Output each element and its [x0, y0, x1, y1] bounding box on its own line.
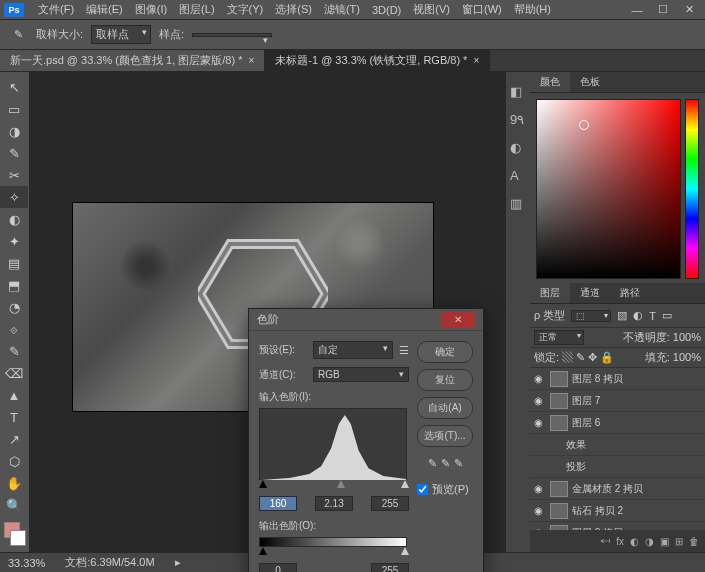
- hue-slider[interactable]: [685, 99, 699, 279]
- menu-window[interactable]: 窗口(W): [456, 0, 508, 19]
- move-tool[interactable]: ↖: [0, 76, 28, 98]
- history-brush-tool[interactable]: ⬒: [0, 274, 28, 296]
- window-minimize[interactable]: —: [625, 2, 649, 18]
- zoom-tool[interactable]: 🔍: [0, 494, 28, 516]
- highlight-slider[interactable]: [401, 480, 409, 488]
- visibility-toggle[interactable]: ◉: [534, 483, 546, 494]
- visibility-toggle[interactable]: ◉: [534, 505, 546, 516]
- tab-paths[interactable]: 路径: [610, 283, 650, 303]
- menu-view[interactable]: 视图(V): [407, 0, 456, 19]
- preset-dropdown[interactable]: 自定: [313, 341, 393, 359]
- output-black-slider[interactable]: [259, 547, 267, 555]
- layer-row[interactable]: ◉图层 8 拷贝: [530, 522, 705, 530]
- white-eyedropper-icon[interactable]: ✎: [454, 457, 463, 470]
- background-swatch[interactable]: [10, 530, 26, 546]
- layer-row[interactable]: ◉图层 8 拷贝: [530, 368, 705, 390]
- sample-size-dropdown[interactable]: 取样点: [91, 25, 151, 44]
- document-tab[interactable]: 未标题-1 @ 33.3% (铁锈文理, RGB/8) *×: [265, 50, 490, 71]
- history-icon[interactable]: ◧: [510, 84, 526, 100]
- menu-filter[interactable]: 滤镜(T): [318, 0, 366, 19]
- preview-checkbox[interactable]: 预览(P): [417, 482, 473, 497]
- tab-swatches[interactable]: 色板: [570, 72, 610, 92]
- midtone-slider[interactable]: [337, 480, 345, 488]
- group-icon[interactable]: ▣: [660, 536, 669, 547]
- menu-type[interactable]: 文字(Y): [221, 0, 270, 19]
- eraser-tool[interactable]: ◔: [0, 296, 28, 318]
- gray-eyedropper-icon[interactable]: ✎: [441, 457, 450, 470]
- layer-mask-icon[interactable]: ◐: [630, 536, 639, 547]
- filter-pixel-icon[interactable]: ▧: [617, 309, 627, 322]
- preset-menu-icon[interactable]: ☰: [399, 344, 409, 357]
- hand-tool[interactable]: ✋: [0, 472, 28, 494]
- output-black-field[interactable]: 0: [259, 563, 297, 572]
- ok-button[interactable]: 确定: [417, 341, 473, 363]
- type-tool[interactable]: T: [0, 406, 28, 428]
- brush-tool[interactable]: ✦: [0, 230, 28, 252]
- properties-icon[interactable]: 9٩: [510, 112, 526, 128]
- black-eyedropper-icon[interactable]: ✎: [428, 457, 437, 470]
- marquee-tool[interactable]: ▭: [0, 98, 28, 120]
- options-button[interactable]: 选项(T)...: [417, 425, 473, 447]
- tab-channels[interactable]: 通道: [570, 283, 610, 303]
- opacity-value[interactable]: 100%: [673, 331, 701, 343]
- tab-layers[interactable]: 图层: [530, 283, 570, 303]
- blur-tool[interactable]: ✎: [0, 340, 28, 362]
- input-gamma-field[interactable]: 2.13: [315, 496, 353, 511]
- current-tool-icon[interactable]: ✎: [8, 25, 28, 45]
- layer-thumbnail[interactable]: [550, 503, 568, 519]
- delete-layer-icon[interactable]: 🗑: [689, 536, 699, 547]
- crop-tool[interactable]: ✂: [0, 164, 28, 186]
- menu-select[interactable]: 选择(S): [269, 0, 318, 19]
- layer-thumbnail[interactable]: [550, 415, 568, 431]
- reset-button[interactable]: 复位: [417, 369, 473, 391]
- window-close[interactable]: ✕: [677, 2, 701, 18]
- input-white-field[interactable]: 255: [371, 496, 409, 511]
- shape-tool[interactable]: ⬡: [0, 450, 28, 472]
- layer-row[interactable]: ◉金属材质 2 拷贝: [530, 478, 705, 500]
- preview-check-input[interactable]: [417, 484, 428, 495]
- layer-thumbnail[interactable]: [550, 371, 568, 387]
- visibility-toggle[interactable]: ◉: [534, 417, 546, 428]
- layer-row[interactable]: 投影: [530, 456, 705, 478]
- dialog-close-button[interactable]: ✕: [441, 312, 475, 328]
- filter-adjust-icon[interactable]: ◐: [633, 309, 643, 322]
- tab-close[interactable]: ×: [248, 55, 254, 66]
- path-tool[interactable]: ↗: [0, 428, 28, 450]
- gradient-tool[interactable]: ⟐: [0, 318, 28, 340]
- filter-shape-icon[interactable]: ▭: [662, 309, 672, 322]
- shadow-slider[interactable]: [259, 480, 267, 488]
- document-tab[interactable]: 新一天.psd @ 33.3% (颜色查找 1, 图层蒙版/8) *×: [0, 50, 265, 71]
- kind-dropdown[interactable]: ⬚: [571, 310, 611, 322]
- pen-tool[interactable]: ▲: [0, 384, 28, 406]
- visibility-toggle[interactable]: ◉: [534, 373, 546, 384]
- tab-close[interactable]: ×: [473, 55, 479, 66]
- menu-image[interactable]: 图像(I): [129, 0, 173, 19]
- fill-value[interactable]: 100%: [673, 351, 701, 363]
- stamp-tool[interactable]: ▤: [0, 252, 28, 274]
- layer-row[interactable]: ◉图层 7: [530, 390, 705, 412]
- color-cursor[interactable]: [579, 120, 589, 130]
- layer-row[interactable]: 效果: [530, 434, 705, 456]
- blend-mode-dropdown[interactable]: 正常: [534, 330, 584, 345]
- auto-button[interactable]: 自动(A): [417, 397, 473, 419]
- visibility-toggle[interactable]: ◉: [534, 395, 546, 406]
- character-icon[interactable]: A: [510, 168, 526, 184]
- dodge-tool[interactable]: ⌫: [0, 362, 28, 384]
- output-white-slider[interactable]: [401, 547, 409, 555]
- menu-layer[interactable]: 图层(L): [173, 0, 220, 19]
- dialog-titlebar[interactable]: 色阶 ✕: [249, 309, 483, 331]
- zoom-level[interactable]: 33.33%: [8, 557, 45, 569]
- menu-help[interactable]: 帮助(H): [508, 0, 557, 19]
- layer-thumbnail[interactable]: [550, 393, 568, 409]
- layer-thumbnail[interactable]: [550, 481, 568, 497]
- layer-row[interactable]: ◉钻石 拷贝 2: [530, 500, 705, 522]
- layer-row[interactable]: ◉图层 6: [530, 412, 705, 434]
- filter-type-icon[interactable]: T: [649, 310, 656, 322]
- input-black-field[interactable]: 160: [259, 496, 297, 511]
- heal-tool[interactable]: ◐: [0, 208, 28, 230]
- new-layer-icon[interactable]: ⊞: [675, 536, 683, 547]
- tab-color[interactable]: 颜色: [530, 72, 570, 92]
- layer-style-icon[interactable]: fx: [616, 536, 624, 547]
- adjustments-icon[interactable]: ◐: [510, 140, 526, 156]
- wand-tool[interactable]: ✎: [0, 142, 28, 164]
